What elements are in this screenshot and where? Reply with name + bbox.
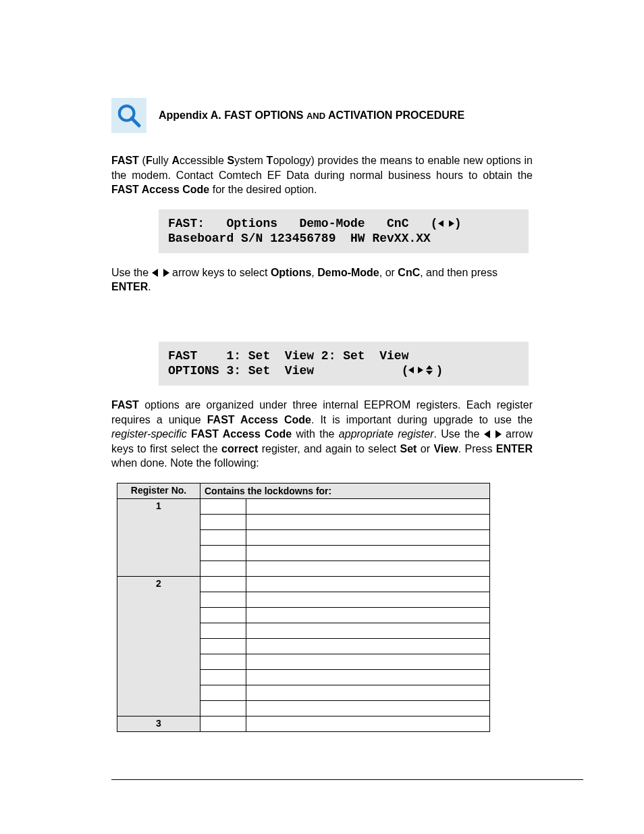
svg-marker-8 xyxy=(426,365,433,369)
left-right-arrows-icon xyxy=(484,430,502,438)
table-header-contains: Contains the lockdowns for: xyxy=(200,483,490,498)
svg-marker-6 xyxy=(408,367,414,373)
lcd-display-fast-options: FAST 1: Set View 2: Set View OPTIONS 3: … xyxy=(159,342,529,386)
svg-marker-2 xyxy=(438,220,444,227)
title-small: AND xyxy=(306,111,325,121)
register-table: Register No. Contains the lockdowns for:… xyxy=(117,483,490,732)
register-3: 3 xyxy=(117,716,200,731)
svg-line-1 xyxy=(132,118,139,126)
svg-marker-9 xyxy=(426,371,433,375)
table-header-register: Register No. xyxy=(117,483,200,498)
title-prefix: Appendix A. FAST OPTIONS xyxy=(159,109,306,121)
svg-marker-10 xyxy=(484,430,490,438)
lcd-display-fast-menu: FAST: Options Demo-Mode CnC () Baseboard… xyxy=(159,209,529,253)
register-2: 2 xyxy=(117,576,200,716)
left-right-arrows-icon xyxy=(438,219,454,228)
magnifier-icon xyxy=(111,98,146,133)
left-right-arrows-icon xyxy=(152,269,169,277)
title-suffix: ACTIVATION PROCEDURE xyxy=(325,109,464,121)
four-way-arrows-icon xyxy=(408,365,435,375)
section-header: Appendix A. FAST OPTIONS AND ACTIVATION … xyxy=(111,98,533,133)
section-title: Appendix A. FAST OPTIONS AND ACTIVATION … xyxy=(159,109,464,122)
instruction-paragraph-2: FAST options are organized under three i… xyxy=(111,398,533,471)
instruction-paragraph-1: Use the arrow keys to select Options, De… xyxy=(111,265,533,294)
intro-paragraph: FAST (Fully Accessible System Topology) … xyxy=(111,153,533,197)
svg-marker-7 xyxy=(418,367,423,373)
register-1: 1 xyxy=(117,498,200,576)
svg-marker-4 xyxy=(152,269,158,277)
svg-marker-5 xyxy=(163,269,169,277)
svg-marker-11 xyxy=(495,430,502,438)
svg-marker-3 xyxy=(449,220,454,227)
fast-acronym: FAST xyxy=(111,155,139,166)
footer-rule xyxy=(111,779,583,780)
